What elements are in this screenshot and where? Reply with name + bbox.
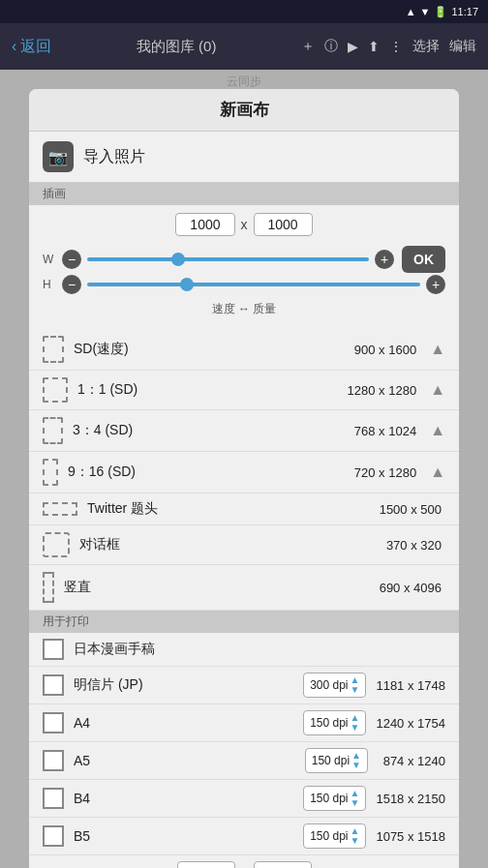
- preset-size: 1280 x 1280: [348, 383, 417, 398]
- preset-name: 9：16 (SD): [68, 464, 345, 481]
- preset-item[interactable]: 9：16 (SD) 720 x 1280 ▲: [29, 452, 459, 494]
- print-name: 日本漫画手稿: [74, 641, 445, 658]
- print-item-b5[interactable]: B5 150 dpi ▲ ▼ 1075 x 1518: [29, 818, 459, 855]
- print-item-a4[interactable]: A4 150 dpi ▲ ▼ 1240 x 1754: [29, 704, 459, 742]
- print-section-label: 用于打印: [29, 611, 459, 633]
- postcard-checkbox[interactable]: [43, 674, 64, 696]
- dpi-down-arrow-icon[interactable]: ▼: [351, 836, 360, 846]
- height-slider-row: H − +: [43, 275, 445, 294]
- print-item-postcard[interactable]: 明信片 (JP) 300 dpi ▲ ▼ 1181 x 1748: [29, 667, 459, 704]
- dpi-down-arrow-icon[interactable]: ▼: [351, 685, 360, 695]
- preset-icon-3x4: [43, 417, 63, 444]
- preset-name: 1：1 (SD): [77, 381, 338, 399]
- more-icon[interactable]: ⋮: [389, 39, 403, 54]
- canvas-height-display[interactable]: 1000: [254, 213, 313, 236]
- ok-button[interactable]: OK: [402, 246, 445, 273]
- preset-item-dialog[interactable]: 对话框 370 x 320: [29, 525, 459, 565]
- canvas-width-display[interactable]: 1000: [175, 213, 234, 236]
- a5-dpi-box[interactable]: 150 dpi ▲ ▼: [305, 748, 368, 773]
- dpi-down-arrow-icon[interactable]: ▼: [351, 723, 360, 733]
- preset-icon-9x16: [43, 459, 58, 486]
- print-item-a5[interactable]: A5 150 dpi ▲ ▼ 874 x 1240: [29, 742, 459, 780]
- preset-icon-vertical: [43, 572, 54, 603]
- width-minus-button[interactable]: −: [62, 250, 81, 269]
- a5-checkbox[interactable]: [43, 750, 64, 771]
- dpi-arrows: ▲ ▼: [351, 675, 360, 695]
- dpi-arrows: ▲ ▼: [351, 826, 360, 846]
- preset-icon-sd: [43, 336, 64, 363]
- b4-dpi-box[interactable]: 150 dpi ▲ ▼: [303, 786, 366, 811]
- print-name: A5: [74, 753, 295, 768]
- dpi-arrows: ▲ ▼: [351, 751, 361, 770]
- postcard-dpi-box[interactable]: 300 dpi ▲ ▼: [303, 673, 366, 698]
- a4-checkbox[interactable]: [43, 712, 64, 733]
- battery-icon: 🔋: [434, 6, 447, 18]
- print-size: 1075 x 1518: [376, 829, 445, 844]
- play-icon[interactable]: ▶: [348, 39, 358, 54]
- b4-checkbox[interactable]: [43, 788, 64, 809]
- time-display: 11:17: [451, 6, 478, 17]
- manga-checkbox[interactable]: [43, 639, 64, 660]
- b5-checkbox[interactable]: [43, 825, 64, 847]
- a5-dpi-value: 150 dpi: [312, 754, 350, 767]
- preset-item-vertical[interactable]: 竖直 690 x 4096: [29, 565, 459, 611]
- preset-name: 竖直: [64, 579, 370, 596]
- height-slider-thumb: [180, 278, 194, 291]
- width-plus-button[interactable]: +: [375, 250, 394, 269]
- new-canvas-dialog: 新画布 📷 导入照片 插画 1000 x 1000 W −: [29, 89, 459, 868]
- preset-arrow-icon: ▲: [430, 381, 445, 399]
- a4-dpi-box[interactable]: 150 dpi ▲ ▼: [303, 710, 366, 735]
- preset-size: 900 x 1600: [354, 343, 416, 357]
- preset-item[interactable]: SD(速度) 900 x 1600 ▲: [29, 329, 459, 371]
- preset-item[interactable]: 3：4 (SD) 768 x 1024 ▲: [29, 410, 459, 452]
- canvas-size-control: 1000 x 1000 W − + OK H −: [29, 205, 459, 329]
- size-display: 1000 x 1000: [43, 213, 445, 236]
- cloud-hint: 云同步: [0, 74, 488, 90]
- preset-name: SD(速度): [74, 341, 345, 358]
- wifi-icon: ▲: [406, 6, 416, 17]
- status-bar: ▲ ▼ 🔋 11:17: [0, 0, 488, 23]
- preset-item-twitter[interactable]: Twitter 题头 1500 x 500: [29, 494, 459, 525]
- dpi-arrows: ▲ ▼: [351, 713, 360, 733]
- speed-quality-label: 速度 ↔ 质量: [43, 298, 445, 321]
- preset-list: SD(速度) 900 x 1600 ▲ 1：1 (SD) 1280 x 1280…: [29, 329, 459, 611]
- preset-size: 1500 x 500: [380, 502, 442, 517]
- preset-icon-dialog: [43, 532, 70, 557]
- dpi-arrows: ▲ ▼: [351, 789, 360, 808]
- back-button[interactable]: ‹ 返回: [12, 37, 51, 57]
- share-icon[interactable]: ⬆: [368, 39, 380, 54]
- a4-dpi-value: 150 dpi: [310, 716, 348, 730]
- preset-name: 对话框: [79, 536, 377, 554]
- print-item-manga[interactable]: 日本漫画手稿: [29, 633, 459, 667]
- select-label[interactable]: 选择: [412, 38, 440, 55]
- height-plus-button[interactable]: +: [426, 275, 445, 294]
- size-separator: x: [241, 217, 248, 232]
- preset-arrow-icon: ▲: [430, 422, 445, 439]
- illustration-label: 插画: [29, 183, 459, 205]
- width-slider-row: W − + OK: [43, 246, 445, 273]
- status-icons: ▲ ▼ 🔋 11:17: [406, 6, 478, 18]
- import-section[interactable]: 📷 导入照片: [29, 132, 459, 183]
- unit-width-display[interactable]: 100: [177, 861, 235, 868]
- preset-item[interactable]: 1：1 (SD) 1280 x 1280 ▲: [29, 371, 459, 410]
- preset-size: 690 x 4096: [380, 581, 442, 595]
- slider-rows: W − + OK H − +: [43, 242, 445, 298]
- preset-size: 768 x 1024: [354, 424, 416, 438]
- print-size: 1240 x 1754: [376, 716, 445, 731]
- camera-symbol: 📷: [48, 148, 68, 166]
- b5-dpi-box[interactable]: 150 dpi ▲ ▼: [303, 823, 366, 849]
- back-label: 返回: [20, 37, 51, 57]
- width-slider-track[interactable]: [87, 257, 369, 261]
- preset-name: Twitter 题头: [87, 500, 370, 518]
- add-icon[interactable]: ＋: [301, 38, 315, 55]
- info-icon[interactable]: ⓘ: [324, 38, 338, 55]
- edit-label[interactable]: 编辑: [449, 38, 476, 55]
- b4-dpi-value: 150 dpi: [310, 792, 348, 805]
- signal-icon: ▼: [420, 6, 431, 17]
- unit-height-display[interactable]: 100: [254, 861, 312, 868]
- dpi-down-arrow-icon[interactable]: ▼: [351, 798, 360, 808]
- height-minus-button[interactable]: −: [62, 275, 81, 294]
- print-item-b4[interactable]: B4 150 dpi ▲ ▼ 1518 x 2150: [29, 780, 459, 818]
- dpi-down-arrow-icon[interactable]: ▼: [351, 761, 361, 770]
- height-slider-track[interactable]: [87, 283, 420, 286]
